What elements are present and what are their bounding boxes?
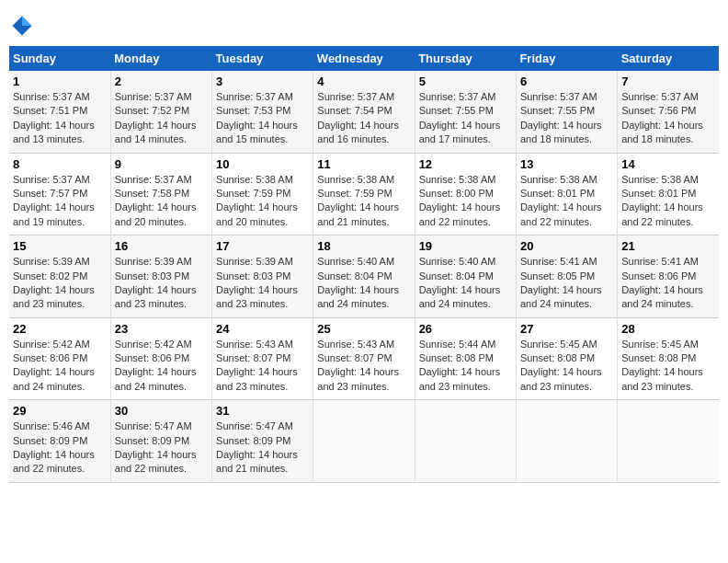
day-number: 10 — [216, 157, 309, 171]
calendar-cell: 26 Sunrise: 5:44 AM Sunset: 8:08 PM Dayl… — [415, 317, 516, 400]
day-info: Sunrise: 5:42 AM Sunset: 8:06 PM Dayligh… — [115, 338, 208, 395]
day-number: 19 — [419, 239, 512, 253]
day-info: Sunrise: 5:44 AM Sunset: 8:08 PM Dayligh… — [419, 338, 512, 395]
header-cell-saturday: Saturday — [618, 46, 719, 71]
day-number: 2 — [115, 75, 208, 88]
calendar-cell: 16 Sunrise: 5:39 AM Sunset: 8:03 PM Dayl… — [110, 236, 211, 318]
calendar-cell: 25 Sunrise: 5:43 AM Sunset: 8:07 PM Dayl… — [313, 317, 415, 400]
logo-icon — [9, 13, 35, 39]
week-row-4: 22 Sunrise: 5:42 AM Sunset: 8:06 PM Dayl… — [9, 317, 719, 400]
calendar-cell: 30 Sunrise: 5:47 AM Sunset: 8:09 PM Dayl… — [110, 400, 211, 483]
calendar-cell: 12 Sunrise: 5:38 AM Sunset: 8:00 PM Dayl… — [415, 153, 516, 236]
calendar-cell: 28 Sunrise: 5:45 AM Sunset: 8:08 PM Dayl… — [618, 317, 719, 400]
svg-marker-1 — [22, 17, 32, 27]
day-number: 1 — [13, 75, 107, 88]
header-cell-sunday: Sunday — [9, 46, 110, 71]
calendar-cell: 22 Sunrise: 5:42 AM Sunset: 8:06 PM Dayl… — [9, 317, 110, 400]
calendar-cell: 21 Sunrise: 5:41 AM Sunset: 8:06 PM Dayl… — [618, 236, 719, 318]
day-number: 6 — [520, 75, 613, 88]
day-info: Sunrise: 5:37 AM Sunset: 7:56 PM Dayligh… — [621, 90, 715, 147]
header-row: SundayMondayTuesdayWednesdayThursdayFrid… — [9, 46, 719, 71]
day-info: Sunrise: 5:39 AM Sunset: 8:03 PM Dayligh… — [216, 255, 309, 312]
calendar-cell: 1 Sunrise: 5:37 AM Sunset: 7:51 PM Dayli… — [9, 71, 110, 153]
week-row-2: 8 Sunrise: 5:37 AM Sunset: 7:57 PM Dayli… — [9, 153, 719, 236]
week-row-5: 29 Sunrise: 5:46 AM Sunset: 8:09 PM Dayl… — [9, 400, 719, 483]
day-number: 29 — [13, 404, 107, 418]
day-number: 11 — [317, 157, 410, 171]
day-info: Sunrise: 5:39 AM Sunset: 8:03 PM Dayligh… — [115, 255, 208, 312]
calendar-cell: 23 Sunrise: 5:42 AM Sunset: 8:06 PM Dayl… — [110, 317, 211, 400]
day-number: 3 — [216, 75, 309, 88]
calendar-cell: 15 Sunrise: 5:39 AM Sunset: 8:02 PM Dayl… — [9, 236, 110, 318]
day-number: 14 — [621, 157, 715, 171]
calendar-cell: 19 Sunrise: 5:40 AM Sunset: 8:04 PM Dayl… — [415, 236, 516, 318]
day-info: Sunrise: 5:37 AM Sunset: 7:55 PM Dayligh… — [520, 90, 613, 147]
day-info: Sunrise: 5:37 AM Sunset: 7:55 PM Dayligh… — [419, 90, 512, 147]
day-number: 22 — [13, 322, 107, 336]
day-number: 28 — [621, 322, 715, 336]
day-info: Sunrise: 5:40 AM Sunset: 8:04 PM Dayligh… — [419, 255, 512, 312]
calendar-cell: 9 Sunrise: 5:37 AM Sunset: 7:58 PM Dayli… — [110, 153, 211, 236]
day-number: 30 — [115, 404, 208, 418]
calendar-cell: 4 Sunrise: 5:37 AM Sunset: 7:54 PM Dayli… — [313, 71, 415, 153]
week-row-1: 1 Sunrise: 5:37 AM Sunset: 7:51 PM Dayli… — [9, 71, 719, 153]
day-info: Sunrise: 5:41 AM Sunset: 8:06 PM Dayligh… — [621, 255, 715, 312]
day-info: Sunrise: 5:41 AM Sunset: 8:05 PM Dayligh… — [520, 255, 613, 312]
calendar-cell: 17 Sunrise: 5:39 AM Sunset: 8:03 PM Dayl… — [212, 236, 313, 318]
day-info: Sunrise: 5:38 AM Sunset: 8:01 PM Dayligh… — [520, 173, 613, 230]
calendar-cell: 24 Sunrise: 5:43 AM Sunset: 8:07 PM Dayl… — [212, 317, 313, 400]
calendar-cell: 31 Sunrise: 5:47 AM Sunset: 8:09 PM Dayl… — [212, 400, 313, 483]
calendar-header: SundayMondayTuesdayWednesdayThursdayFrid… — [9, 46, 719, 71]
day-info: Sunrise: 5:45 AM Sunset: 8:08 PM Dayligh… — [621, 338, 715, 395]
day-info: Sunrise: 5:38 AM Sunset: 8:01 PM Dayligh… — [621, 173, 715, 230]
calendar-cell: 13 Sunrise: 5:38 AM Sunset: 8:01 PM Dayl… — [516, 153, 617, 236]
day-number: 25 — [317, 322, 410, 336]
calendar-cell: 18 Sunrise: 5:40 AM Sunset: 8:04 PM Dayl… — [313, 236, 415, 318]
day-info: Sunrise: 5:37 AM Sunset: 7:52 PM Dayligh… — [115, 90, 208, 147]
day-info: Sunrise: 5:37 AM Sunset: 7:53 PM Dayligh… — [216, 90, 309, 147]
calendar-cell: 6 Sunrise: 5:37 AM Sunset: 7:55 PM Dayli… — [516, 71, 617, 153]
day-number: 21 — [621, 239, 715, 253]
day-number: 24 — [216, 322, 309, 336]
day-info: Sunrise: 5:37 AM Sunset: 7:57 PM Dayligh… — [13, 173, 107, 230]
day-info: Sunrise: 5:47 AM Sunset: 8:09 PM Dayligh… — [115, 419, 208, 477]
day-info: Sunrise: 5:39 AM Sunset: 8:02 PM Dayligh… — [13, 255, 107, 312]
day-number: 27 — [520, 322, 613, 336]
calendar-cell: 11 Sunrise: 5:38 AM Sunset: 7:59 PM Dayl… — [313, 153, 415, 236]
day-number: 31 — [216, 404, 309, 418]
calendar-cell — [415, 400, 516, 483]
day-number: 9 — [115, 157, 208, 171]
day-info: Sunrise: 5:45 AM Sunset: 8:08 PM Dayligh… — [520, 338, 613, 395]
day-info: Sunrise: 5:37 AM Sunset: 7:51 PM Dayligh… — [13, 90, 107, 147]
day-number: 7 — [621, 75, 715, 88]
day-info: Sunrise: 5:40 AM Sunset: 8:04 PM Dayligh… — [317, 255, 410, 312]
header-cell-friday: Friday — [516, 46, 617, 71]
calendar-cell — [618, 400, 719, 483]
day-number: 12 — [419, 157, 512, 171]
header-cell-monday: Monday — [110, 46, 211, 71]
day-number: 5 — [419, 75, 512, 88]
day-number: 13 — [520, 157, 613, 171]
calendar-cell: 2 Sunrise: 5:37 AM Sunset: 7:52 PM Dayli… — [110, 71, 211, 153]
day-number: 23 — [115, 322, 208, 336]
logo — [9, 13, 39, 39]
calendar-cell: 7 Sunrise: 5:37 AM Sunset: 7:56 PM Dayli… — [618, 71, 719, 153]
day-info: Sunrise: 5:47 AM Sunset: 8:09 PM Dayligh… — [216, 419, 309, 477]
header — [9, 9, 719, 39]
calendar-body: 1 Sunrise: 5:37 AM Sunset: 7:51 PM Dayli… — [9, 71, 719, 482]
day-number: 16 — [115, 239, 208, 253]
calendar-cell: 10 Sunrise: 5:38 AM Sunset: 7:59 PM Dayl… — [212, 153, 313, 236]
day-number: 18 — [317, 239, 410, 253]
day-info: Sunrise: 5:38 AM Sunset: 7:59 PM Dayligh… — [317, 173, 410, 230]
calendar-cell: 27 Sunrise: 5:45 AM Sunset: 8:08 PM Dayl… — [516, 317, 617, 400]
day-info: Sunrise: 5:46 AM Sunset: 8:09 PM Dayligh… — [13, 419, 107, 477]
calendar-cell — [516, 400, 617, 483]
calendar-cell: 29 Sunrise: 5:46 AM Sunset: 8:09 PM Dayl… — [9, 400, 110, 483]
day-info: Sunrise: 5:43 AM Sunset: 8:07 PM Dayligh… — [317, 338, 410, 395]
header-cell-thursday: Thursday — [415, 46, 516, 71]
calendar-cell: 20 Sunrise: 5:41 AM Sunset: 8:05 PM Dayl… — [516, 236, 617, 318]
week-row-3: 15 Sunrise: 5:39 AM Sunset: 8:02 PM Dayl… — [9, 236, 719, 318]
day-number: 4 — [317, 75, 410, 88]
calendar-table: SundayMondayTuesdayWednesdayThursdayFrid… — [9, 46, 719, 483]
day-info: Sunrise: 5:43 AM Sunset: 8:07 PM Dayligh… — [216, 338, 309, 395]
